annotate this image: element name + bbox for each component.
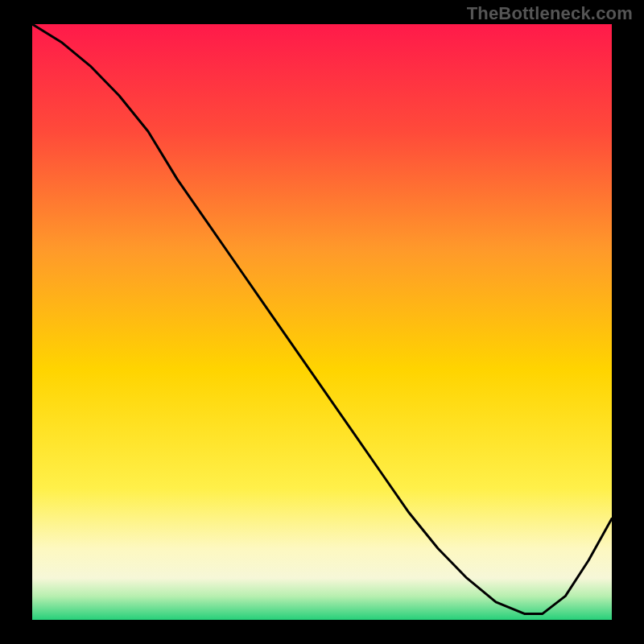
gradient-background	[32, 24, 612, 620]
chart-container: TheBottleneck.com	[0, 0, 644, 644]
watermark-label: TheBottleneck.com	[467, 3, 633, 24]
plot-area	[32, 24, 612, 620]
chart-svg	[32, 24, 612, 620]
